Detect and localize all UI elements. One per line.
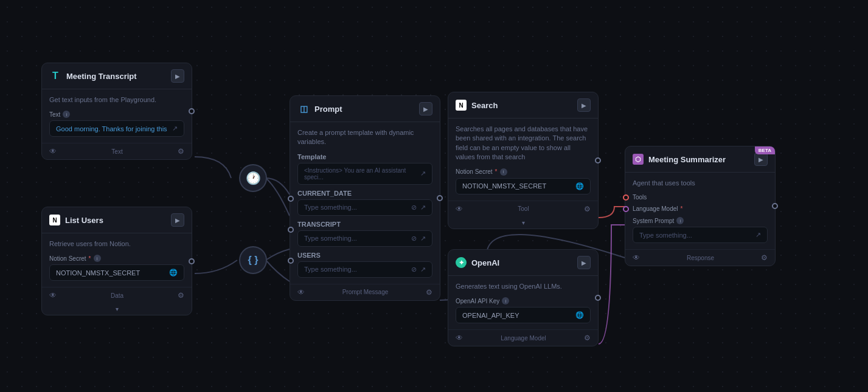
meeting-summarizer-header: ⬡ Meeting Summarizer ▶ (625, 146, 775, 173)
openai-header: ✦ OpenAI ▶ (448, 250, 598, 276)
current-date-connector[interactable] (288, 196, 294, 202)
current-date-input[interactable]: Type something... ⊘ ↗ (297, 199, 432, 216)
globe-icon: 🌐 (169, 269, 178, 277)
api-key-label: OpenAI API Key i (456, 297, 591, 304)
external-link-icon[interactable]: ↗ (420, 266, 426, 273)
search-description: Searches all pages and databases that ha… (456, 125, 591, 162)
settings-icon[interactable]: ⚙ (178, 291, 184, 300)
meeting-summarizer-footer: 👁 Response ⚙ (625, 249, 775, 266)
external-link-icon[interactable]: ↗ (420, 235, 426, 242)
notion-icon-bg: N (456, 100, 467, 111)
clock-icon: 🕐 (246, 171, 261, 185)
output-label: Data (111, 292, 123, 299)
text-input-field[interactable]: Good morning. Thanks for joining this ↗ (49, 120, 184, 137)
template-input[interactable]: <Instructions> You are an AI assistant s… (297, 163, 432, 185)
notion-secret-info-icon: i (500, 168, 507, 176)
prompt-footer: 👁 Prompt Message ⚙ (290, 284, 440, 300)
language-model-input-connector[interactable] (623, 206, 629, 212)
output-connector[interactable] (189, 258, 195, 264)
prompt-icon: ◫ (297, 103, 310, 115)
output-connector[interactable] (189, 108, 195, 114)
meeting-summarizer-icon: ⬡ (635, 156, 641, 163)
notion-secret-info-icon: i (94, 255, 101, 262)
openai-title-group: ✦ OpenAI (456, 257, 499, 268)
output-connector[interactable] (437, 195, 443, 201)
meeting-summarizer-description: Agent that uses tools (633, 179, 768, 188)
eye-icon[interactable]: 👁 (633, 253, 640, 262)
notion-icon: N (459, 102, 463, 109)
notion-secret-input[interactable]: NOTION_NMSTX_SECRET 🌐 (49, 264, 184, 281)
eye-off-icon[interactable]: ⊘ (411, 235, 417, 242)
transcript-connector[interactable] (288, 227, 294, 233)
settings-icon[interactable]: ⚙ (178, 147, 184, 156)
output-label: Tool (518, 205, 529, 212)
meeting-transcript-description: Get text inputs from the Playground. (49, 95, 184, 105)
output-label: Text (111, 148, 122, 155)
eye-off-icon[interactable]: ⊘ (411, 266, 417, 273)
transcript-label: TRANSCRIPT (297, 221, 432, 228)
list-users-title-group: N List Users (49, 215, 103, 225)
settings-icon[interactable]: ⚙ (426, 288, 432, 297)
prompt-title: Prompt (314, 105, 342, 114)
beta-badge: BETA (755, 146, 775, 154)
meeting-transcript-header: T Meeting Transcript ▶ (42, 63, 192, 89)
eye-icon[interactable]: 👁 (49, 147, 57, 156)
list-users-title: List Users (65, 216, 103, 225)
list-users-play-button[interactable]: ▶ (171, 213, 184, 227)
openai-description: Generates text using OpenAI LLMs. (456, 282, 591, 291)
language-model-label: Language Model * (633, 205, 768, 212)
search-play-button[interactable]: ▶ (577, 98, 591, 112)
tools-label: Tools (633, 194, 768, 201)
required-marker: * (89, 255, 91, 262)
system-prompt-input[interactable]: Type something... ↗ (633, 227, 768, 243)
eye-icon[interactable]: 👁 (49, 291, 57, 300)
meeting-transcript-body: Get text inputs from the Playground. Tex… (42, 89, 192, 143)
meeting-transcript-play-button[interactable]: ▶ (171, 69, 184, 83)
eye-icon[interactable]: 👁 (456, 205, 463, 213)
users-input[interactable]: Type something... ⊘ ↗ (297, 261, 432, 278)
required-marker: * (681, 205, 683, 212)
prompt-description: Create a prompt template with dynamic va… (297, 128, 432, 147)
system-prompt-label: System Prompt i (633, 217, 768, 224)
meeting-transcript-footer: 👁 Text ⚙ (42, 143, 192, 159)
settings-icon[interactable]: ⚙ (584, 334, 591, 342)
output-label: Prompt Message (342, 289, 389, 295)
list-users-node: N List Users ▶ Retrieve users from Notio… (41, 207, 192, 315)
eye-icon[interactable]: 👁 (297, 288, 305, 297)
notion-secret-label: Notion Secret * i (49, 255, 184, 262)
prompt-play-button[interactable]: ▶ (419, 102, 432, 115)
output-connector[interactable] (595, 295, 601, 301)
external-link-icon[interactable]: ↗ (420, 170, 426, 177)
list-users-header: N List Users ▶ (42, 207, 192, 233)
meeting-transcript-title-group: T Meeting Transcript (49, 70, 137, 82)
search-notion-secret-input[interactable]: NOTION_NMSTX_SECRET 🌐 (456, 178, 591, 194)
prompt-header: ◫ Prompt ▶ (290, 96, 440, 122)
users-connector[interactable] (288, 258, 294, 264)
openai-title: OpenAI (471, 258, 499, 267)
meeting-summarizer-body: Agent that uses tools Tools Language Mod… (625, 173, 775, 249)
output-connector[interactable] (772, 203, 778, 209)
output-label: Response (687, 255, 714, 261)
eye-off-icon[interactable]: ⊘ (411, 204, 417, 211)
eye-icon[interactable]: 👁 (456, 334, 463, 342)
globe-icon: 🌐 (575, 311, 584, 319)
openai-play-button[interactable]: ▶ (577, 256, 591, 269)
settings-icon[interactable]: ⚙ (584, 205, 591, 213)
openai-icon-bg: ✦ (456, 257, 467, 268)
output-connector[interactable] (595, 157, 601, 163)
template-section-label: Template (297, 153, 432, 160)
chevron-expand[interactable]: ▾ (42, 303, 192, 315)
transcript-input[interactable]: Type something... ⊘ ↗ (297, 230, 432, 247)
external-link-icon[interactable]: ↗ (172, 125, 178, 132)
chevron-expand[interactable]: ▾ (448, 217, 598, 229)
external-link-icon[interactable]: ↗ (420, 204, 426, 211)
api-key-input[interactable]: OPENAI_API_KEY 🌐 (456, 307, 591, 323)
list-users-description: Retrieve users from Notion. (49, 239, 184, 249)
external-link-icon[interactable]: ↗ (755, 231, 761, 239)
settings-icon[interactable]: ⚙ (761, 253, 768, 262)
search-notion-secret-label: Notion Secret * i (456, 168, 591, 176)
tools-input-connector[interactable] (623, 194, 629, 201)
bracket-icon: { } (248, 255, 259, 266)
meeting-summarizer-play-button[interactable]: ▶ (754, 153, 768, 166)
search-body: Searches all pages and databases that ha… (448, 119, 598, 201)
